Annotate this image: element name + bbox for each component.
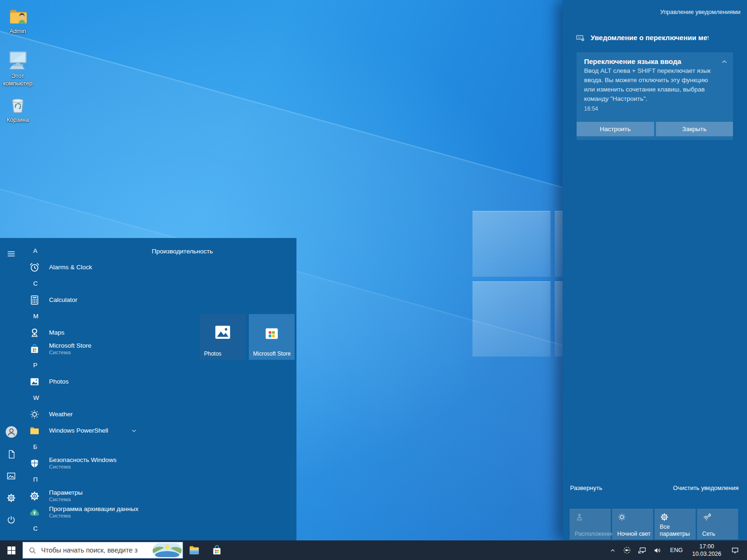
network-icon[interactable]: [634, 540, 650, 560]
system-tray: ENG 17:00 10.03.2026: [606, 540, 747, 560]
settings-button[interactable]: [0, 489, 22, 507]
app-sublabel: Система: [49, 513, 138, 519]
start-button[interactable]: [0, 540, 22, 560]
configure-button[interactable]: Настроить: [577, 122, 654, 136]
manage-notifications-link[interactable]: Управление уведомлениями: [660, 8, 740, 15]
app-label: Microsoft Store: [49, 342, 92, 350]
app-item-settings[interactable]: Параметры Система: [22, 488, 145, 504]
alarm-clock-icon: [29, 262, 40, 273]
photos-icon: [29, 376, 40, 387]
quick-action-label: Ночной свет: [617, 531, 652, 537]
app-item-maps[interactable]: Maps: [22, 324, 145, 341]
start-menu: A Alarms & Clock C: [0, 238, 296, 540]
collapse-chevron-up-icon[interactable]: [720, 58, 728, 66]
folder-icon: [29, 425, 40, 436]
pictures-icon: [6, 471, 16, 481]
app-list-section-c: C: [22, 275, 145, 292]
power-button[interactable]: [0, 511, 22, 529]
quick-action-network[interactable]: Сеть: [697, 509, 738, 539]
quick-action-night-light[interactable]: Ночной свет: [612, 509, 653, 539]
notification-title: Переключение языка ввода: [584, 57, 726, 65]
tile-microsoft-store[interactable]: Microsoft Store: [249, 314, 295, 360]
expand-link[interactable]: Развернуть: [570, 484, 602, 491]
app-list-section-w: W: [22, 390, 145, 406]
search-input[interactable]: [41, 546, 153, 554]
taskbar-search-box[interactable]: [22, 542, 183, 559]
app-item-windows-security[interactable]: Безопасность Windows Система: [22, 455, 145, 471]
gear-icon: [6, 493, 16, 503]
tray-chevron-up-icon[interactable]: [606, 540, 620, 560]
clock[interactable]: 17:00 10.03.2026: [687, 543, 726, 558]
clear-notifications-link[interactable]: Очистить уведомления: [673, 484, 739, 491]
quick-action-label: Все параметры: [660, 524, 694, 537]
microsoft-store-icon: [211, 545, 223, 556]
desktop-icon-recycle-bin[interactable]: Корзина: [0, 94, 35, 124]
start-menu-app-list: A Alarms & Clock C: [22, 238, 145, 540]
taskbar-file-explorer-button[interactable]: [183, 540, 205, 560]
clock-time: 17:00: [692, 543, 721, 550]
notification-buttons: Настроить Закрыть: [577, 122, 733, 136]
user-folder-icon: [0, 6, 35, 27]
notification-time: 16:54: [584, 105, 726, 112]
power-icon: [6, 515, 16, 525]
app-item-alarms-clock[interactable]: Alarms & Clock: [22, 259, 145, 275]
file-explorer-icon: [188, 544, 200, 556]
notification-group-title: Уведомление о переключении методов: [591, 34, 709, 42]
quick-action-all-settings[interactable]: Все параметры: [655, 509, 696, 539]
gear-icon: [29, 490, 40, 502]
account-icon: [5, 426, 18, 438]
windows-logo-icon: [7, 546, 15, 554]
store-bag-icon: [29, 343, 40, 355]
notification-group-header[interactable]: Уведомление о переключении методов: [576, 33, 709, 42]
cloud-backup-icon: [29, 507, 40, 518]
meet-now-icon[interactable]: [620, 540, 634, 560]
app-item-calculator[interactable]: Calculator: [22, 292, 145, 308]
app-list-section-m: M: [22, 308, 145, 324]
search-highlight-image[interactable]: [153, 543, 182, 557]
taskbar-store-button[interactable]: [205, 540, 228, 560]
app-sublabel: Система: [49, 350, 92, 356]
pictures-button[interactable]: [0, 467, 22, 485]
tile-photos[interactable]: Photos: [200, 314, 246, 360]
app-sublabel: Система: [49, 464, 117, 470]
map-pin-icon: [29, 327, 40, 338]
app-item-weather[interactable]: Weather: [22, 406, 145, 422]
quick-action-label: Сеть: [702, 531, 737, 537]
this-pc-icon: [0, 49, 35, 72]
notification-body: Ввод ALT слева + SHIFT переключает язык …: [584, 66, 719, 103]
network-wifi-icon: [702, 512, 738, 522]
app-item-windows-powershell[interactable]: Windows PowerShell: [22, 422, 145, 439]
desktop-icon-label: Этот компьютер: [0, 73, 35, 87]
quick-action-location[interactable]: Расположение: [570, 509, 611, 539]
app-item-backup[interactable]: Программа архивации данных Система: [22, 504, 145, 520]
notification-card[interactable]: Переключение языка ввода Ввод ALT слева …: [577, 52, 733, 140]
language-indicator[interactable]: ENG: [665, 547, 687, 553]
app-item-photos[interactable]: Photos: [22, 373, 145, 390]
documents-button[interactable]: [0, 445, 22, 463]
app-list-section-pe: П: [22, 471, 145, 488]
desktop-icon-admin[interactable]: Admin: [0, 6, 35, 35]
hamburger-menu-button[interactable]: [0, 245, 22, 263]
quick-actions-row: Расположение Ночной свет Все параметры: [570, 509, 738, 539]
action-center-icon[interactable]: [726, 540, 747, 560]
app-list-section-p: P: [22, 357, 145, 373]
calculator-icon: [29, 294, 40, 306]
desktop-icon-label: Admin: [0, 28, 35, 35]
desktop-icon-this-pc[interactable]: Этот компьютер: [0, 49, 35, 87]
sun-icon: [29, 409, 40, 420]
volume-icon[interactable]: [650, 540, 665, 560]
quick-action-label: Расположение: [575, 531, 609, 537]
action-center-panel: Управление уведомлениями Уведомление о п…: [563, 0, 747, 540]
chevron-down-icon[interactable]: [131, 427, 137, 434]
night-light-icon: [617, 512, 653, 522]
app-list-section-a: A: [22, 243, 145, 259]
start-menu-rail: [0, 238, 22, 540]
desktop-icon-label: Корзина: [0, 117, 35, 124]
search-icon: [28, 546, 36, 554]
account-button[interactable]: [0, 422, 22, 441]
close-button[interactable]: Закрыть: [656, 122, 733, 136]
recycle-bin-icon: [0, 94, 35, 116]
location-icon: [575, 512, 611, 522]
app-item-microsoft-store[interactable]: Microsoft Store Система: [22, 341, 145, 357]
keyboard-icon: [576, 33, 585, 42]
